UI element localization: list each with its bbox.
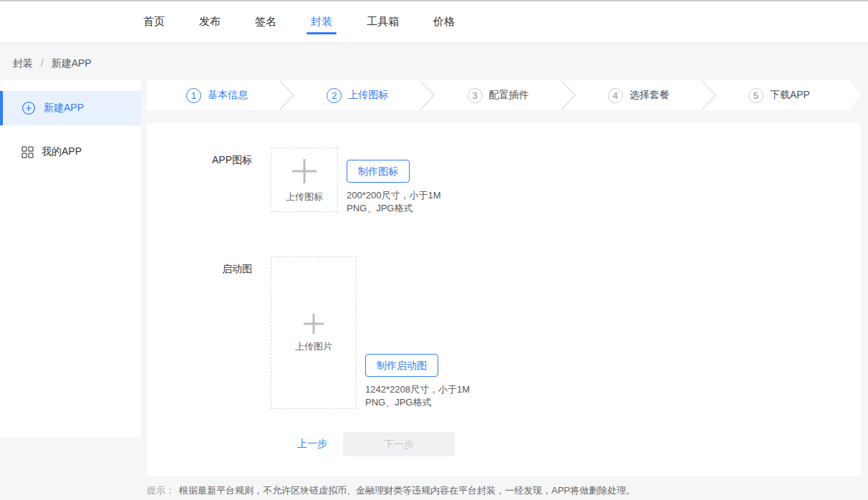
- make-splash-button[interactable]: 制作启动图: [365, 354, 438, 377]
- step-number: 5: [748, 88, 763, 103]
- splash-row: 启动图 上传图片 制作启动图 1242*2208尺寸，小于1M PNG、JPG格…: [147, 256, 861, 409]
- nav-item-price[interactable]: 价格: [433, 1, 455, 42]
- prev-step-link[interactable]: 上一步: [297, 438, 327, 451]
- step-upload-icon: 2 上传图标: [287, 80, 428, 110]
- sidebar-item-label: 我的APP: [42, 145, 82, 158]
- step-select-package: 4 选择套餐: [569, 80, 709, 110]
- sidebar-item-new-app[interactable]: 新建APP: [0, 91, 141, 125]
- app-icon-label: APP图标: [147, 148, 252, 167]
- splash-format-hint: PNG、JPG格式: [365, 396, 470, 409]
- step-number: 1: [186, 88, 201, 103]
- app-icon-size-hint: 200*200尺寸，小于1M: [347, 189, 441, 202]
- step-label: 下载APP: [770, 89, 810, 102]
- step-number: 2: [327, 88, 342, 103]
- sidebar: 新建APP 我的APP: [0, 80, 141, 437]
- sidebar-item-label: 新建APP: [44, 102, 84, 115]
- top-nav: 首页 发布 签名 封装 工具箱 价格: [0, 1, 868, 43]
- app-icon-side: 制作图标 200*200尺寸，小于1M PNG、JPG格式: [347, 148, 441, 215]
- footer-notice-text: 根据最新平台规则，不允许区块链虚拟币、金融理财类等违规内容在平台封装，一经发现，…: [179, 485, 635, 496]
- upload-box-text: 上传图标: [286, 191, 323, 203]
- step-label: 基本信息: [208, 89, 248, 102]
- nav-item-sign[interactable]: 签名: [255, 1, 276, 42]
- step-separator-chevron-icon: [279, 80, 295, 110]
- footer-notice: 提示：根据最新平台规则，不允许区块链虚拟币、金融理财类等违规内容在平台封装，一经…: [0, 476, 868, 497]
- sidebar-item-my-app[interactable]: 我的APP: [0, 135, 141, 169]
- breadcrumb-separator: /: [41, 57, 44, 69]
- app-icon-row: APP图标 上传图标 制作图标 200*200尺寸，小于1M PNG、JPG格式: [147, 148, 861, 215]
- nav-item-package[interactable]: 封装: [311, 1, 332, 42]
- nav-item-publish[interactable]: 发布: [199, 1, 221, 42]
- step-wizard: 1 基本信息 2 上传图标 3 配置插件 4: [147, 80, 849, 110]
- step-label: 选择套餐: [630, 89, 670, 102]
- next-step-button[interactable]: 下一步: [343, 432, 455, 456]
- make-icon-button[interactable]: 制作图标: [347, 160, 410, 183]
- step-separator-chevron-icon: [420, 80, 435, 110]
- app-icon-upload-box[interactable]: 上传图标: [271, 148, 338, 212]
- breadcrumb-current: 新建APP: [52, 57, 92, 69]
- step-basic-info: 1 基本信息: [147, 80, 287, 110]
- app-icon-format-hint: PNG、JPG格式: [347, 202, 441, 215]
- step-number: 3: [468, 88, 483, 103]
- step-label: 上传图标: [348, 89, 388, 102]
- step-config-plugins: 3 配置插件: [428, 80, 568, 110]
- nav-item-toolbox[interactable]: 工具箱: [367, 1, 399, 42]
- wizard-actions: 上一步 下一步: [297, 432, 861, 456]
- splash-upload-box[interactable]: 上传图片: [271, 256, 357, 409]
- upload-form-panel: APP图标 上传图标 制作图标 200*200尺寸，小于1M PNG、JPG格式…: [147, 123, 861, 476]
- step-download-app: 5 下载APP: [709, 80, 849, 110]
- nav-item-home[interactable]: 首页: [143, 1, 165, 42]
- breadcrumb-section[interactable]: 封装: [13, 57, 33, 69]
- grid-icon: [21, 146, 34, 158]
- step-separator-chevron-icon: [561, 80, 577, 110]
- step-label: 配置插件: [489, 89, 529, 102]
- plus-circle-icon: [21, 101, 36, 115]
- step-separator-chevron-icon: [701, 80, 717, 110]
- main-column: 1 基本信息 2 上传图标 3 配置插件 4: [147, 80, 861, 476]
- footer-notice-prefix: 提示：: [147, 485, 175, 496]
- upload-box-text: 上传图片: [295, 340, 332, 353]
- splash-size-hint: 1242*2208尺寸，小于1M: [365, 383, 470, 396]
- splash-label: 启动图: [147, 256, 252, 276]
- splash-side: 制作启动图 1242*2208尺寸，小于1M PNG、JPG格式: [365, 354, 470, 409]
- content-layout: 新建APP 我的APP 1 基本信息 2 上传图标: [0, 80, 868, 476]
- plus-icon: [302, 312, 325, 335]
- breadcrumb: 封装 / 新建APP: [0, 43, 868, 80]
- step-number: 4: [608, 88, 623, 103]
- plus-icon: [290, 157, 319, 186]
